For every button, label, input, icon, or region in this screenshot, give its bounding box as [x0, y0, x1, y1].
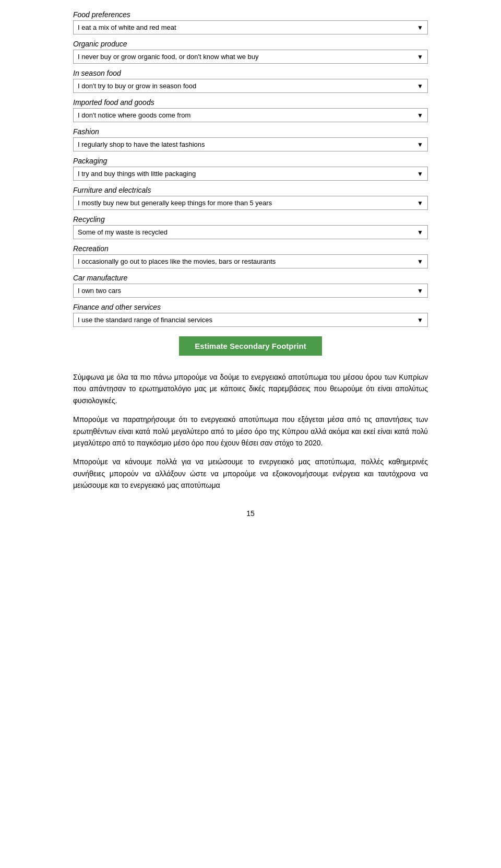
select-text-7: Some of my waste is recycled [78, 228, 168, 236]
field-group-8: RecreationI occasionally go out to place… [73, 244, 428, 268]
estimate-button[interactable]: Estimate Secondary Footprint [179, 336, 321, 356]
field-label-7: Recycling [73, 215, 428, 224]
select-wrapper-8[interactable]: I occasionally go out to places like the… [73, 254, 428, 268]
field-label-4: Fashion [73, 127, 428, 136]
select-wrapper-2[interactable]: I don't try to buy or grow in season foo… [73, 79, 428, 93]
dropdown-arrow-icon-10: ▼ [417, 316, 423, 324]
dropdown-arrow-icon-4: ▼ [417, 141, 423, 148]
dropdown-arrow-icon-5: ▼ [417, 170, 423, 178]
select-text-2: I don't try to buy or grow in season foo… [78, 82, 196, 90]
field-group-3: Imported food and goodsI don't notice wh… [73, 98, 428, 122]
select-text-9: I own two cars [78, 287, 121, 295]
field-label-6: Furniture and electricals [73, 186, 428, 194]
field-group-2: In season foodI don't try to buy or grow… [73, 69, 428, 93]
dropdown-arrow-icon-1: ▼ [417, 53, 423, 61]
field-group-10: Finance and other servicesI use the stan… [73, 303, 428, 327]
select-text-1: I never buy or grow organic food, or don… [78, 53, 258, 61]
dropdown-arrow-icon-8: ▼ [417, 258, 423, 265]
field-label-1: Organic produce [73, 40, 428, 48]
select-text-4: I regularly shop to have the latest fash… [78, 140, 205, 148]
select-wrapper-3[interactable]: I don't notice where goods come from▼ [73, 108, 428, 122]
select-wrapper-9[interactable]: I own two cars▼ [73, 284, 428, 298]
field-group-4: FashionI regularly shop to have the late… [73, 127, 428, 151]
dropdown-arrow-icon-3: ▼ [417, 112, 423, 119]
field-label-10: Finance and other services [73, 303, 428, 311]
select-wrapper-10[interactable]: I use the standard range of financial se… [73, 313, 428, 327]
field-group-1: Organic produceI never buy or grow organ… [73, 40, 428, 64]
field-group-7: RecyclingSome of my waste is recycled▼ [73, 215, 428, 239]
field-group-6: Furniture and electricalsI mostly buy ne… [73, 186, 428, 210]
dropdown-arrow-icon-6: ▼ [417, 200, 423, 207]
dropdown-arrow-icon-0: ▼ [417, 24, 423, 31]
select-wrapper-0[interactable]: I eat a mix of white and red meat▼ [73, 20, 428, 34]
field-label-2: In season food [73, 69, 428, 77]
select-text-6: I mostly buy new but generally keep thin… [78, 199, 272, 207]
field-group-0: Food preferencesI eat a mix of white and… [73, 10, 428, 34]
select-text-5: I try and buy things with little packagi… [78, 170, 196, 178]
select-wrapper-1[interactable]: I never buy or grow organic food, or don… [73, 50, 428, 64]
select-text-3: I don't notice where goods come from [78, 111, 190, 119]
paragraph-0: Σύμφωνα με όλα τα πιο πάνω μπορούμε να δ… [73, 371, 428, 406]
dropdown-arrow-icon-9: ▼ [417, 287, 423, 295]
select-wrapper-4[interactable]: I regularly shop to have the latest fash… [73, 137, 428, 151]
dropdown-arrow-icon-2: ▼ [417, 83, 423, 90]
dropdown-arrow-icon-7: ▼ [417, 229, 423, 236]
field-label-8: Recreation [73, 244, 428, 253]
page-container: Food preferencesI eat a mix of white and… [0, 0, 501, 868]
field-label-5: Packaging [73, 157, 428, 165]
select-wrapper-6[interactable]: I mostly buy new but generally keep thin… [73, 196, 428, 210]
select-text-8: I occasionally go out to places like the… [78, 257, 276, 265]
field-group-5: PackagingI try and buy things with littl… [73, 157, 428, 181]
select-text-10: I use the standard range of financial se… [78, 316, 212, 324]
text-block: Σύμφωνα με όλα τα πιο πάνω μπορούμε να δ… [73, 371, 428, 499]
paragraph-2: Μπορούμε να κάνουμε πολλά για να μειώσου… [73, 456, 428, 491]
field-label-3: Imported food and goods [73, 98, 428, 107]
form-section: Food preferencesI eat a mix of white and… [73, 10, 428, 371]
select-wrapper-5[interactable]: I try and buy things with little packagi… [73, 167, 428, 181]
field-label-9: Car manufacture [73, 274, 428, 282]
select-wrapper-7[interactable]: Some of my waste is recycled▼ [73, 225, 428, 239]
page-number: 15 [246, 509, 255, 518]
paragraph-1: Μπορούμε να παρατηρήσουμε ότι το ενεργει… [73, 414, 428, 449]
select-text-0: I eat a mix of white and red meat [78, 24, 176, 31]
field-label-0: Food preferences [73, 10, 428, 19]
field-group-9: Car manufactureI own two cars▼ [73, 274, 428, 298]
